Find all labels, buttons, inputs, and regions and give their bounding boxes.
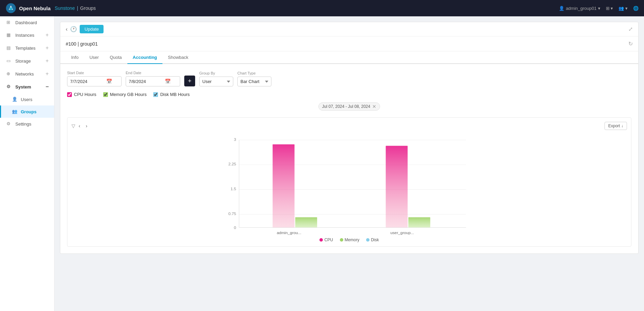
sidebar-item-storage[interactable]: ▭ Storage + [0, 54, 54, 67]
disk-mb-hours-checkbox-label[interactable]: Disk MB Hours [153, 92, 190, 97]
tab-quota[interactable]: Quota [104, 51, 127, 64]
end-date-label: End Date [126, 71, 180, 75]
export-button[interactable]: Export ↓ [604, 122, 627, 130]
chart-container: ▽ ‹ › Export ↓ 3 2.25 1.5 0.75 0 [67, 117, 631, 247]
add-filter-button[interactable]: + [184, 76, 195, 86]
disk-mb-hours-checkbox[interactable] [153, 92, 158, 97]
storage-add-icon[interactable]: + [46, 58, 49, 64]
badge-close-button[interactable]: ✕ [372, 104, 376, 109]
legend-disk: Disk [366, 238, 379, 242]
bar-admin-cpu [273, 144, 295, 227]
svg-point-1 [10, 7, 12, 10]
start-date-input[interactable] [70, 79, 104, 84]
topbar-right: 👤 admin_group01 ▾ ⊞ ▾ 👥 ▾ 🌐 [559, 6, 639, 11]
sidebar-item-instances[interactable]: ▦ Instances + [0, 29, 54, 42]
networks-add-icon[interactable]: + [46, 71, 49, 77]
sidebar-item-groups[interactable]: 👥 Groups [0, 105, 54, 118]
instances-icon: ▦ [6, 32, 12, 38]
sidebar-item-system[interactable]: ⚙ System − [0, 80, 54, 93]
legend-cpu-label: CPU [324, 238, 333, 242]
chart-area: 3 2.25 1.5 0.75 0 [72, 133, 627, 235]
networks-icon: ⊕ [6, 71, 12, 77]
chart-toolbar: ▽ ‹ › Export ↓ [72, 122, 627, 130]
cpu-hours-checkbox-label[interactable]: CPU Hours [67, 92, 96, 97]
collapse-button[interactable]: ‹ [66, 26, 67, 32]
chart-next-button[interactable]: › [84, 122, 90, 129]
tab-info[interactable]: Info [66, 51, 84, 64]
checkboxes-row: CPU Hours Memory GB Hours Disk MB Hours [67, 92, 631, 97]
update-button[interactable]: Update [80, 25, 104, 33]
legend-memory-dot [340, 238, 343, 242]
svg-text:3: 3 [234, 137, 236, 142]
sidebar-item-networks[interactable]: ⊕ Networks + [0, 67, 54, 80]
logo-text: Open Nebula [19, 5, 51, 11]
group-by-select[interactable]: User Group [199, 77, 233, 86]
sidebar-label-dashboard: Dashboard [15, 20, 37, 25]
memory-gb-hours-checkbox-label[interactable]: Memory GB Hours [103, 92, 147, 97]
detail-panel: ‹ 🕐 Update ⤢ #100 | group01 ↻ Info User … [60, 22, 639, 254]
sidebar-item-dashboard[interactable]: ⊞ Dashboard [0, 16, 54, 29]
sidebar-label-networks: Networks [15, 71, 34, 77]
panel-top-bar: ‹ 🕐 Update ⤢ [60, 22, 638, 36]
start-date-label: Start Date [67, 71, 122, 75]
bar-admin-memory [295, 217, 317, 228]
sidebar-label-system: System [15, 84, 31, 89]
topbar-left: Open Nebula Sunstone | Groups [5, 3, 96, 14]
bar-user-cpu [386, 146, 408, 228]
resize-icon[interactable]: ⤢ [628, 26, 633, 32]
chart-svg: 3 2.25 1.5 0.75 0 [72, 133, 627, 235]
filters-row: Start Date 📅 End Date 📅 + Group By [67, 71, 631, 86]
svg-text:2.25: 2.25 [228, 162, 236, 166]
sidebar-item-settings[interactable]: ⚙ Settings [0, 118, 54, 130]
groups-icon: 👥 [12, 109, 17, 114]
svg-text:admin_grou...: admin_grou... [277, 230, 301, 235]
tab-user[interactable]: User [84, 51, 104, 64]
system-collapse-icon[interactable]: − [46, 84, 49, 90]
apps-menu-button[interactable]: ⊞ ▾ [606, 6, 613, 11]
sidebar-item-users[interactable]: 👤 Users [0, 93, 54, 105]
cpu-hours-label: CPU Hours [74, 92, 96, 97]
user-chevron-icon: ▾ [598, 6, 600, 11]
accounting-content: Start Date 📅 End Date 📅 + Group By [60, 64, 638, 253]
sidebar-label-instances: Instances [15, 33, 34, 38]
legend-memory: Memory [340, 238, 359, 242]
logo: Open Nebula [5, 3, 51, 14]
storage-icon: ▭ [6, 58, 12, 64]
templates-add-icon[interactable]: + [46, 45, 49, 51]
end-date-input[interactable] [129, 79, 163, 84]
memory-gb-hours-checkbox[interactable] [103, 92, 108, 97]
breadcrumb-current: Groups [80, 5, 96, 11]
start-date-input-wrapper: 📅 [67, 76, 122, 86]
panel-header: #100 | group01 ↻ [60, 36, 638, 51]
topbar: Open Nebula Sunstone | Groups 👤 admin_gr… [0, 0, 644, 16]
user-menu-button[interactable]: 👤 admin_group01 ▾ [559, 6, 600, 11]
svg-text:user_group...: user_group... [390, 230, 414, 235]
legend-cpu-dot [319, 238, 323, 242]
language-button[interactable]: 🌐 [633, 6, 639, 11]
tab-showback[interactable]: Showback [162, 51, 194, 64]
cpu-hours-checkbox[interactable] [67, 92, 72, 97]
end-date-calendar-icon[interactable]: 📅 [165, 79, 171, 84]
group-menu-button[interactable]: 👥 ▾ [618, 6, 628, 11]
instances-add-icon[interactable]: + [46, 32, 49, 38]
refresh-icon[interactable]: ↻ [628, 40, 633, 47]
dashboard-icon: ⊞ [6, 20, 12, 25]
sidebar-label-templates: Templates [15, 46, 35, 51]
group-by-label: Group By [199, 71, 233, 75]
user-avatar-icon: 👤 [559, 6, 564, 11]
sidebar: ⊞ Dashboard ▦ Instances + ▤ Templates + … [0, 16, 54, 311]
sidebar-item-templates[interactable]: ▤ Templates + [0, 42, 54, 54]
sidebar-label-settings: Settings [15, 121, 31, 127]
chart-type-select[interactable]: Bar Chart Line Chart [237, 77, 271, 86]
chart-type-label: Chart Type [237, 71, 271, 75]
chart-prev-button[interactable]: ‹ [77, 122, 82, 129]
panel-title: #100 | group01 [66, 41, 98, 47]
tab-accounting[interactable]: Accounting [127, 51, 163, 64]
legend-cpu: CPU [319, 238, 333, 242]
start-date-group: Start Date 📅 [67, 71, 122, 86]
group-by-group: Group By User Group [199, 71, 233, 86]
templates-icon: ▤ [6, 45, 12, 51]
start-date-calendar-icon[interactable]: 📅 [106, 79, 112, 84]
system-icon: ⚙ [6, 84, 12, 89]
end-date-group: End Date 📅 [126, 71, 180, 86]
